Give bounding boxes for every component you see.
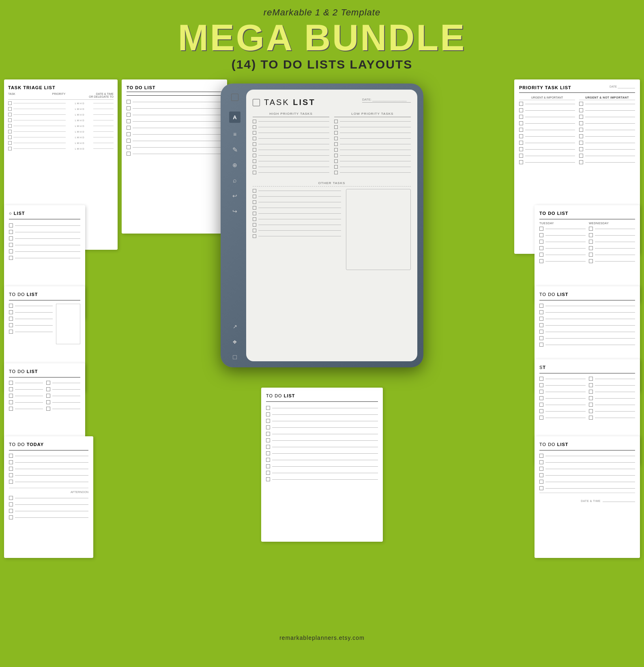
task-line [266, 438, 378, 442]
priority-date: DATE ___________ [610, 85, 635, 88]
task-line [539, 416, 586, 420]
remarkable-sidebar: A ≡ ✎ ⊕ ⌕ ↩ ↪ ↗ ❖ □ [227, 90, 243, 361]
triage-row: LMHD [8, 141, 114, 145]
undo-icon[interactable]: ↩ [231, 192, 239, 200]
todo-right-title: TO DO LIST [539, 211, 635, 216]
move-icon[interactable]: ⊕ [231, 161, 239, 169]
checkbox [127, 139, 131, 143]
task-line [539, 233, 586, 237]
checkbox [519, 121, 523, 125]
triage-checkbox [8, 118, 12, 122]
task-line [589, 253, 635, 257]
triage-col-task: TASK [8, 92, 45, 98]
checkbox [579, 141, 583, 145]
checkbox [519, 160, 523, 164]
checkbox [519, 115, 523, 119]
zoom-icon[interactable]: ⌕ [231, 176, 239, 184]
task-line [46, 407, 80, 411]
task-line [519, 108, 575, 112]
triage-checkbox [8, 107, 12, 111]
rm-task-row [253, 195, 341, 198]
rm-task-row [334, 137, 411, 140]
task-line [9, 515, 88, 519]
two-col-tasks: TUESDAY WEDNESDAY [539, 222, 635, 266]
task-line [266, 425, 378, 429]
task-line [266, 477, 378, 481]
triage-row: LMHD [8, 130, 114, 133]
task-line [539, 259, 586, 263]
rm-task-row [253, 206, 341, 210]
task-line [46, 387, 80, 391]
triage-checkbox [8, 141, 12, 145]
rm-task-row [253, 223, 341, 227]
rm-screen-page-icon [253, 99, 260, 106]
checkbox [519, 108, 523, 112]
rm-task-row [253, 120, 329, 123]
task-line [9, 480, 88, 484]
tablet-icon[interactable]: □ [231, 353, 239, 361]
checkbox [519, 154, 523, 158]
task-line [9, 407, 43, 411]
task-line [266, 458, 378, 462]
rm-task-row [253, 189, 341, 193]
triage-row: LMHD [8, 147, 114, 150]
checkbox [579, 102, 583, 106]
col-header-urgent-not-important: URGENT & NOT IMPORTANT [579, 96, 635, 100]
task-line [266, 471, 378, 475]
checkbox [127, 106, 131, 110]
task-line [9, 473, 88, 477]
checkbox [127, 119, 131, 123]
todo-bot-left2-title: TO DO LIST [9, 369, 80, 374]
triage-row: LMHD [8, 135, 114, 139]
task-line [539, 330, 635, 334]
checkbox [519, 128, 523, 132]
wednesday-col: WEDNESDAY [589, 222, 635, 266]
share-icon[interactable]: ↗ [231, 322, 239, 330]
task-line [127, 106, 222, 110]
task-line [127, 139, 222, 143]
date-time-label: DATE & TIME [581, 500, 601, 502]
header-title: MEGA BUNDLE [0, 19, 644, 56]
two-col-tasks-r3 [539, 377, 635, 422]
checkbox [127, 113, 131, 117]
task-line [579, 128, 635, 132]
afternoon-label: AFTERNOON [9, 491, 88, 493]
rm-task-row [334, 131, 411, 135]
task-line [539, 323, 635, 327]
redo-icon[interactable]: ↪ [231, 207, 239, 215]
tuesday-header: TUESDAY [539, 222, 586, 225]
task-line [539, 336, 635, 340]
task-line [589, 259, 635, 263]
rm-other-header: OTHER TASKS [253, 181, 411, 187]
menu-icon[interactable]: ≡ [231, 130, 239, 138]
task-line [46, 394, 80, 398]
task-line [9, 460, 88, 464]
triage-title: TASK TRIAGE LIST [8, 85, 114, 90]
rm-task-row [253, 165, 329, 169]
task-line [589, 227, 635, 231]
rm-date-line: DATE: ___________________ [362, 98, 411, 103]
task-line [589, 377, 635, 381]
priority-col-urgent-important: URGENT & IMPORTANT [519, 96, 575, 167]
checkbox [519, 134, 523, 138]
task-line [266, 464, 378, 468]
todo-mid-left-title: ○ LIST [9, 211, 80, 216]
task-line [519, 134, 575, 138]
priority-cols: URGENT & IMPORTANT URGENT & NOT IMPORTAN… [519, 96, 635, 167]
layers-icon[interactable]: ❖ [231, 338, 239, 346]
todo-bot-center-title: TO DO LIST [266, 393, 378, 398]
priority-letters: LMHD [67, 125, 92, 127]
task-line [539, 377, 586, 381]
task-line [539, 246, 586, 250]
notes-box [56, 304, 80, 344]
header: reMarkable 1 & 2 Template MEGA BUNDLE (1… [0, 0, 644, 79]
checkbox [579, 134, 583, 138]
task-line [266, 412, 378, 416]
content-area: TASK TRIAGE LIST TASK PRIORITY DATE & TI… [0, 79, 644, 649]
task-line [9, 230, 80, 234]
rm-task-row [253, 200, 341, 204]
todo-top-title: TO DO LIST [127, 85, 222, 92]
task-line [539, 396, 586, 400]
brush-icon[interactable]: ✎ [231, 146, 239, 154]
task-line [539, 467, 635, 471]
